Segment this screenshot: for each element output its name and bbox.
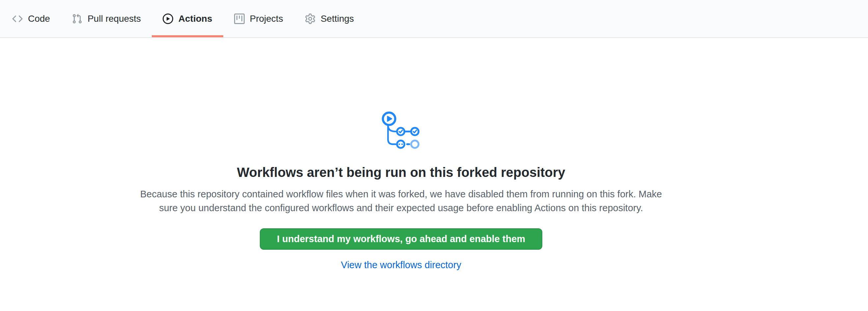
tab-pull-requests[interactable]: Pull requests — [61, 0, 152, 37]
tab-settings[interactable]: Settings — [294, 0, 365, 37]
play-circle-icon — [163, 13, 173, 24]
tab-code[interactable]: Code — [1, 0, 61, 37]
git-pull-request-icon — [72, 13, 82, 24]
tab-actions[interactable]: Actions — [152, 0, 223, 37]
actions-disabled-blankslate: Workflows aren’t being run on this forke… — [121, 111, 681, 271]
tab-label: Settings — [321, 13, 354, 24]
link-row: View the workflows directory — [121, 259, 681, 271]
tab-label: Code — [28, 13, 50, 24]
project-icon — [234, 13, 245, 24]
view-workflows-directory-link[interactable]: View the workflows directory — [341, 259, 461, 270]
enable-workflows-button[interactable]: I understand my workflows, go ahead and … — [260, 228, 542, 250]
repo-nav: Code Pull requests Actions Projects Sett… — [0, 0, 868, 38]
blankslate-description: Because this repository contained workfl… — [133, 187, 670, 215]
tab-label: Pull requests — [88, 13, 141, 24]
workflow-run-graphic-icon — [382, 111, 421, 150]
tab-label: Projects — [250, 13, 283, 24]
tab-label: Actions — [179, 13, 212, 24]
code-icon — [12, 13, 23, 24]
button-row: I understand my workflows, go ahead and … — [121, 228, 681, 250]
gear-icon — [305, 13, 315, 24]
actions-page-main: Workflows aren’t being run on this forke… — [0, 38, 868, 271]
tab-projects[interactable]: Projects — [223, 0, 294, 37]
page-title: Workflows aren’t being run on this forke… — [121, 164, 681, 181]
